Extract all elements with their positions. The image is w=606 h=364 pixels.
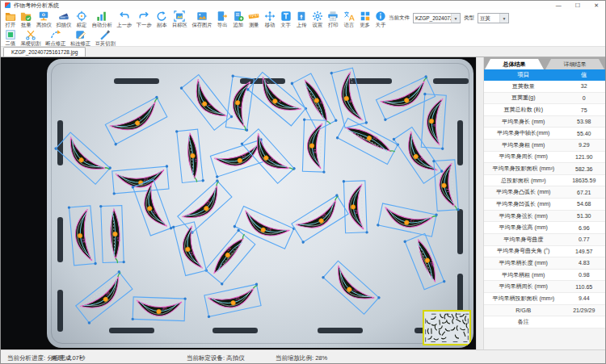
upload-icon: [296, 10, 307, 22]
toolbar-item-label: 设置: [312, 22, 322, 27]
measure-icon: [248, 10, 259, 22]
toolbar-binary-button[interactable]: 二值: [2, 29, 19, 46]
toolbar-print-button[interactable]: 打印: [326, 10, 342, 27]
toolbar-item-label: 追加: [233, 22, 243, 27]
toolbar-stem-cut-button[interactable]: 果梗切割: [19, 29, 44, 46]
toolbar-open-button[interactable]: 打开: [2, 10, 19, 27]
toolbar-measure-button[interactable]: 测量: [246, 10, 263, 27]
toolbar-about-button[interactable]: 关于: [372, 10, 389, 27]
toolbar-scanner-button[interactable]: 扫描仪: [54, 10, 74, 27]
toolbar-item-label: 标定: [77, 22, 87, 27]
edit-toolbar: 二值果梗切割断点修正粘连修正豆荚切割: [1, 28, 605, 47]
table-row: 平均果柄粗 (mm)0.98: [484, 270, 605, 282]
table-row: 豆荚数量32: [484, 81, 605, 93]
toolbar-redo-button[interactable]: 下一步: [134, 10, 154, 27]
tab-detailed-results[interactable]: 详细结果: [545, 59, 604, 69]
toolbar-more-button[interactable]: 更多: [357, 10, 373, 27]
table-row: 备注: [484, 316, 605, 328]
tab-overall-results[interactable]: 总体结果: [485, 59, 544, 69]
window-controls: — ☐ ✕: [556, 1, 601, 10]
maximize-button[interactable]: ☐: [575, 1, 580, 10]
svg-text:17: 17: [445, 188, 450, 193]
table-row: 平均果柄长度 (mm)4.83: [484, 257, 605, 270]
table-row: 平均果身弯曲度0.77: [484, 234, 605, 246]
toolbar-language-button[interactable]: 语言: [341, 10, 357, 27]
row-label: 平均果身弦高 (mm): [484, 224, 563, 232]
results-table: 豆荚数量32豆荚重(g)0豆荚总粒数 (粒)75平均果身长 (mm)53.98平…: [484, 81, 605, 328]
row-value: 4.83: [563, 260, 606, 266]
toolbar-calibrate-button[interactable]: 标定: [74, 10, 90, 27]
sample-photo: 1 2 3 4: [47, 59, 473, 348]
toolbar-item-label: 上传: [297, 22, 307, 27]
toolbar-settings-button[interactable]: 设置: [309, 10, 326, 27]
toolbar-text-button[interactable]: 文字: [278, 10, 294, 27]
row-label: 豆荚数量: [484, 82, 563, 90]
row-value: 121.90: [563, 154, 606, 160]
toolbar-item-label: 粘连修正: [70, 40, 90, 46]
scanner-icon: [58, 10, 69, 22]
auto-analyze-icon: [96, 10, 107, 22]
current-file-select[interactable]: KZGP_20240725161728.jpg ▼: [413, 13, 461, 23]
append-icon: [233, 10, 244, 22]
table-row: 平均果身凸弧长 (mm)67.21: [484, 186, 605, 199]
toolbar-doc-camera-button[interactable]: 高拍仪: [34, 10, 53, 27]
minimize-button[interactable]: —: [556, 1, 562, 10]
svg-text:26: 26: [355, 210, 360, 215]
row-label: 平均果身投影面积 (mm²): [484, 165, 563, 173]
toolbar-item-label: 关于: [376, 22, 386, 27]
toolbar-item-label: 文字: [280, 22, 291, 27]
toolbar-append-button[interactable]: 追加: [230, 10, 246, 27]
row-label: 平均果柄长度 (mm): [484, 259, 563, 267]
table-row: 平均果身粗 (mm)9.29: [484, 140, 605, 152]
navigator-thumbnail[interactable]: [423, 310, 471, 345]
toolbar-auto-analyze-button[interactable]: 自动分析: [90, 10, 115, 27]
toolbar-item-label: 批量: [21, 22, 32, 27]
document-tab[interactable]: KZGP_20240725161728.jpg: [3, 47, 86, 56]
toolbar-item-label: 上一步: [116, 22, 132, 27]
redo-icon: [138, 10, 149, 22]
toolbar-undo-button[interactable]: 上一步: [115, 10, 134, 27]
row-value: 9.29: [563, 142, 606, 148]
row-label: 豆荚总粒数 (粒): [484, 106, 563, 114]
table-row: 平均果身弯曲夹角 (°)149.57: [484, 246, 605, 258]
toolbar-target-area-button[interactable]: 目标区: [170, 10, 189, 27]
toolbar-item-label: 高拍仪: [36, 22, 52, 27]
type-label: 类型: [464, 15, 474, 22]
svg-text:30: 30: [162, 306, 166, 311]
toolbar-upload-button[interactable]: 上传: [293, 10, 309, 27]
toolbar-item-label: 移动: [265, 22, 276, 27]
toolbar-row1: 打开批量高拍仪扫描仪标定自动分析上一步下一步副本目标区保存图片导出追加测量移动文…: [2, 10, 389, 27]
row-label: 平均果柄周长 (mm): [484, 282, 563, 291]
row-value: 582.36: [563, 166, 606, 172]
status-elapsed: 耗时: 2.07秒: [52, 354, 85, 362]
toolbar-item-label: 语言: [344, 22, 355, 27]
print-icon: [327, 10, 339, 22]
toolbar-pod-cut-button[interactable]: 豆荚切割: [93, 29, 118, 46]
stem-cut-icon: [25, 29, 36, 40]
analysis-overlay: 1 2 3 4: [47, 59, 473, 348]
title-bar: 作物考种分析系统 — ☐ ✕: [1, 1, 605, 10]
image-viewport[interactable]: 1 2 3 4: [1, 57, 476, 349]
toolbar-save-image-button[interactable]: 保存图片: [190, 10, 215, 27]
table-row: 平均果身弦长 (mm)51.30: [484, 211, 605, 223]
status-device: 当前标定设备: 高拍仪: [187, 354, 245, 362]
toolbar-export-button[interactable]: 导出: [214, 10, 230, 27]
current-file-label: 当前文件: [389, 15, 410, 22]
row-value: 110.65: [563, 284, 606, 290]
close-button[interactable]: ✕: [594, 1, 599, 10]
main-area: 1 2 3 4: [1, 57, 605, 349]
toolbar-copy-button[interactable]: 副本: [154, 10, 170, 27]
row-label: 备注: [484, 318, 563, 326]
toolbar-adhesion-fix-button[interactable]: 粘连修正: [68, 29, 93, 46]
table-row: 平均果柄投影面积 (mm²)9.44: [484, 293, 605, 305]
toolbar-move-button[interactable]: 移动: [262, 10, 278, 27]
toolbar-batch-button[interactable]: 批量: [19, 10, 35, 27]
type-select[interactable]: 豆荚 ▼: [478, 13, 509, 23]
table-row: 平均果身周长 (mm)121.90: [484, 152, 605, 164]
toolbar-item-label: 断点修正: [45, 40, 65, 46]
svg-text:18: 18: [82, 238, 86, 243]
toolbar-breakpoint-fix-button[interactable]: 断点修正: [43, 29, 68, 46]
row-value: 32: [563, 83, 606, 89]
move-icon: [264, 10, 276, 22]
breakpoint-fix-icon: [50, 29, 61, 40]
